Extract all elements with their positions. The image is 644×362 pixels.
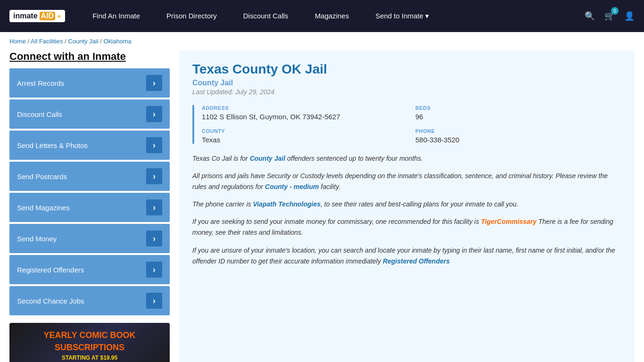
sidebar-label-arrest-records: Arrest Records (17, 79, 64, 87)
nav-prison-directory[interactable]: Prison Directory (153, 12, 230, 20)
sidebar-arrow-registered-offenders: › (146, 262, 162, 278)
breadcrumb-all-facilities[interactable]: All Facilities (31, 38, 63, 45)
sidebar: Connect with an Inmate Arrest Records › … (9, 50, 170, 362)
sidebar-btn-second-chance-jobs[interactable]: Second Chance Jobs › (9, 286, 170, 315)
facility-content: Texas County OK Jail County Jail Last Up… (179, 50, 635, 362)
sidebar-arrow-send-money: › (146, 230, 162, 247)
sidebar-arrow-send-letters: › (146, 137, 162, 153)
beds-block: BEDS 96 (415, 105, 621, 121)
beds-value: 96 (415, 113, 621, 121)
sidebar-arrow-send-magazines: › (146, 199, 162, 215)
breadcrumb-home[interactable]: Home (9, 38, 26, 45)
county-label: COUNTY (202, 128, 408, 134)
user-icon[interactable]: 👤 (624, 11, 635, 21)
tiger-commissary-link[interactable]: TigerCommissary (481, 218, 537, 225)
phone-value: 580-338-3520 (415, 136, 621, 144)
sidebar-btn-arrest-records[interactable]: Arrest Records › (9, 68, 170, 98)
phone-label: PHONE (415, 128, 621, 134)
breadcrumb-state[interactable]: Oklahoma (103, 38, 131, 45)
desc-paragraph-5: If you are unsure of your inmate's locat… (192, 245, 621, 267)
sidebar-label-second-chance-jobs: Second Chance Jobs (17, 297, 84, 305)
breadcrumb-county-jail[interactable]: County Jail (68, 38, 98, 45)
nav-icons: 🔍 🛒 0 👤 (585, 11, 635, 21)
sidebar-btn-send-postcards[interactable]: Send Postcards › (9, 162, 170, 191)
last-updated: Last Updated: July 29, 2024 (192, 88, 621, 96)
facility-title: Texas County OK Jail (192, 62, 621, 77)
ad-banner[interactable]: YEARLY COMIC BOOK SUBSCRIPTIONS STARTING… (9, 323, 170, 362)
sidebar-arrow-send-postcards: › (146, 168, 162, 184)
main-nav: inmateAID★ Find An Inmate Prison Directo… (0, 0, 644, 32)
facility-type: County Jail (192, 79, 621, 87)
address-value: 1102 S Ellison St, Guymon, OK 73942-5627 (202, 113, 408, 121)
sidebar-btn-send-money[interactable]: Send Money › (9, 224, 170, 253)
desc-paragraph-4: If you are seeking to send your inmate m… (192, 216, 621, 238)
beds-label: BEDS (415, 105, 621, 111)
sidebar-label-send-magazines: Send Magazines (17, 204, 70, 212)
ad-title-line1: YEARLY COMIC BOOK (43, 330, 135, 341)
cart-container[interactable]: 🛒 0 (604, 11, 615, 21)
nav-send-to-inmate[interactable]: Send to Inmate ▾ (362, 12, 442, 20)
ad-title-line2: SUBSCRIPTIONS (55, 343, 124, 353)
sidebar-label-send-letters: Send Letters & Photos (17, 141, 88, 149)
main-container: Connect with an Inmate Arrest Records › … (0, 50, 644, 362)
nav-magazines[interactable]: Magazines (302, 12, 363, 20)
cart-count: 0 (611, 7, 619, 15)
county-medium-link[interactable]: County - medium (265, 183, 319, 190)
sidebar-btn-send-letters[interactable]: Send Letters & Photos › (9, 131, 170, 160)
facility-description: Texas Co Jail is for County Jail offende… (192, 153, 621, 267)
sidebar-arrow-arrest-records: › (146, 75, 162, 91)
address-block: ADDRESS 1102 S Ellison St, Guymon, OK 73… (202, 105, 408, 121)
breadcrumb: Home / All Facilities / County Jail / Ok… (0, 32, 644, 50)
registered-offenders-link[interactable]: Registered Offenders (383, 257, 450, 265)
desc-paragraph-2: All prisons and jails have Security or C… (192, 171, 621, 192)
viapath-link[interactable]: Viapath Technologies (253, 200, 321, 208)
nav-find-inmate[interactable]: Find An Inmate (79, 12, 153, 20)
sidebar-arrow-second-chance-jobs: › (146, 293, 162, 309)
ad-subtitle: STARTING AT $19.95 (62, 354, 117, 361)
address-label: ADDRESS (202, 105, 408, 111)
sidebar-label-registered-offenders: Registered Offenders (17, 266, 84, 274)
sidebar-btn-registered-offenders[interactable]: Registered Offenders › (9, 255, 170, 284)
desc-paragraph-3: The phone carrier is Viapath Technologie… (192, 199, 621, 210)
sidebar-label-send-money: Send Money (17, 235, 57, 243)
sidebar-label-send-postcards: Send Postcards (17, 173, 67, 181)
desc-paragraph-1: Texas Co Jail is for County Jail offende… (192, 153, 621, 164)
county-jail-link-1[interactable]: County Jail (250, 155, 285, 162)
phone-block: PHONE 580-338-3520 (415, 128, 621, 144)
nav-discount-calls[interactable]: Discount Calls (230, 12, 302, 20)
info-grid: ADDRESS 1102 S Ellison St, Guymon, OK 73… (192, 105, 621, 144)
county-block: COUNTY Texas (202, 128, 408, 144)
logo-star-icon: ★ (57, 14, 61, 19)
logo-inmate-text: inmate (13, 12, 38, 20)
sidebar-arrow-discount-calls: › (146, 106, 162, 122)
sidebar-btn-send-magazines[interactable]: Send Magazines › (9, 193, 170, 222)
nav-links: Find An Inmate Prison Directory Discount… (79, 12, 575, 20)
logo-aid-text: AID (40, 12, 56, 20)
sidebar-title: Connect with an Inmate (9, 50, 170, 63)
sidebar-label-discount-calls: Discount Calls (17, 110, 62, 118)
county-value: Texas (202, 136, 408, 144)
logo[interactable]: inmateAID★ (9, 10, 65, 22)
sidebar-btn-discount-calls[interactable]: Discount Calls › (9, 99, 170, 129)
search-icon[interactable]: 🔍 (585, 11, 595, 21)
